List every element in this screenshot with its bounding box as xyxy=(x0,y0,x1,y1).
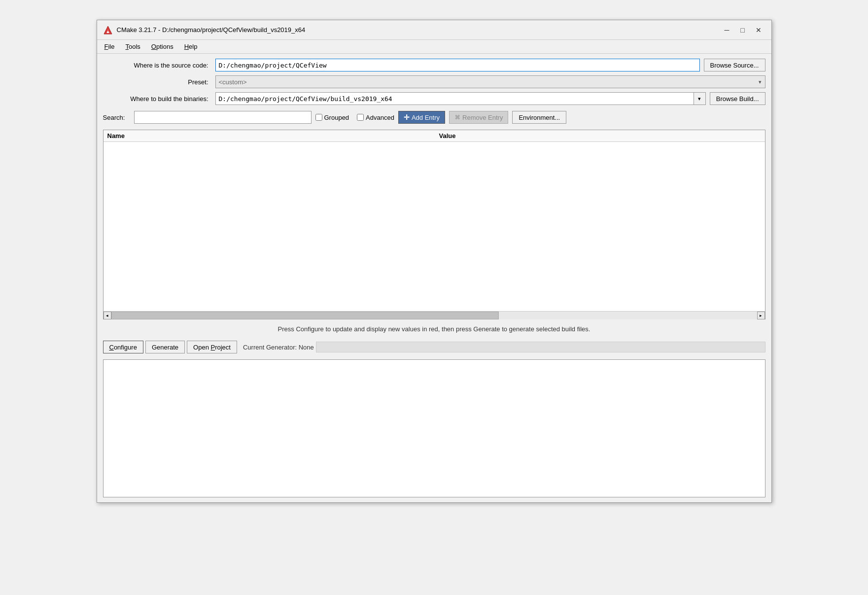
preset-select[interactable]: <custom> xyxy=(215,75,765,88)
value-column-header: Value xyxy=(429,132,761,140)
table-body xyxy=(104,142,765,311)
minimize-button[interactable]: ─ xyxy=(720,24,734,36)
remove-entry-icon: ✖ xyxy=(454,113,460,121)
output-area xyxy=(103,359,765,497)
scroll-right-button[interactable]: ▸ xyxy=(757,312,765,319)
grouped-label: Grouped xyxy=(324,114,349,121)
source-row: Where is the source code: Browse Source.… xyxy=(103,59,765,71)
table-header: Name Value xyxy=(104,130,765,142)
titlebar-left: ▲ CMake 3.21.7 - D:/chengmao/project/QCe… xyxy=(103,25,306,35)
add-entry-icon: ✛ xyxy=(404,113,410,121)
svg-text:▲: ▲ xyxy=(105,29,110,34)
titlebar-controls: ─ □ ✕ xyxy=(720,24,765,36)
advanced-label: Advanced xyxy=(366,114,394,121)
scroll-track[interactable] xyxy=(111,312,757,319)
window-title: CMake 3.21.7 - D:/chengmao/project/QCefV… xyxy=(117,26,306,34)
preset-label: Preset: xyxy=(103,78,211,86)
advanced-checkbox[interactable] xyxy=(357,114,364,121)
scroll-left-button[interactable]: ◂ xyxy=(104,312,111,319)
menu-options[interactable]: Options xyxy=(146,41,179,52)
menu-file[interactable]: File xyxy=(99,41,120,52)
build-input[interactable] xyxy=(215,92,694,105)
search-label: Search: xyxy=(103,114,130,121)
cmake-logo-icon: ▲ xyxy=(103,25,113,35)
add-entry-button[interactable]: ✛ Add Entry xyxy=(398,111,445,124)
grouped-checkbox-label[interactable]: Grouped xyxy=(315,114,349,121)
environment-button[interactable]: Environment... xyxy=(512,111,566,124)
name-column-header: Name xyxy=(107,132,429,140)
preset-row: Preset: <custom> ▾ xyxy=(103,75,765,88)
table-area: Name Value ◂ ▸ xyxy=(103,130,765,319)
advanced-checkbox-label[interactable]: Advanced xyxy=(357,114,394,121)
menu-help[interactable]: Help xyxy=(179,41,203,52)
configure-button[interactable]: Configure xyxy=(103,341,143,353)
remove-entry-button[interactable]: ✖ Remove Entry xyxy=(449,111,508,124)
build-label: Where to build the binaries: xyxy=(103,95,211,103)
checkbox-group: Grouped Advanced xyxy=(315,114,394,121)
scroll-thumb[interactable] xyxy=(111,312,499,319)
status-text: Press Configure to update and display ne… xyxy=(103,323,765,335)
source-label: Where is the source code: xyxy=(103,62,211,69)
horizontal-scrollbar: ◂ ▸ xyxy=(104,311,765,319)
main-content: Where is the source code: Browse Source.… xyxy=(97,54,771,502)
preset-select-wrapper: <custom> ▾ xyxy=(215,75,765,88)
grouped-checkbox[interactable] xyxy=(315,114,322,121)
progress-bar xyxy=(316,342,765,352)
build-row: Where to build the binaries: ▾ Browse Bu… xyxy=(103,92,765,105)
menu-tools[interactable]: Tools xyxy=(120,41,145,52)
add-entry-label: Add Entry xyxy=(412,114,440,121)
source-input[interactable] xyxy=(215,59,700,71)
generate-button[interactable]: Generate xyxy=(145,341,185,353)
build-dropdown-button[interactable]: ▾ xyxy=(694,92,706,105)
titlebar: ▲ CMake 3.21.7 - D:/chengmao/project/QCe… xyxy=(97,20,771,40)
search-input[interactable] xyxy=(134,111,312,124)
browse-source-button[interactable]: Browse Source... xyxy=(704,59,765,71)
browse-build-button[interactable]: Browse Build... xyxy=(710,92,765,105)
close-button[interactable]: ✕ xyxy=(752,24,765,36)
current-generator-label: Current Generator: None xyxy=(243,344,314,351)
open-project-button[interactable]: Open Project xyxy=(187,341,237,353)
main-window: ▲ CMake 3.21.7 - D:/chengmao/project/QCe… xyxy=(97,20,772,503)
menubar: File Tools Options Help xyxy=(97,40,771,54)
bottom-buttons: Configure Generate Open Project Current … xyxy=(103,339,765,355)
build-input-group: ▾ xyxy=(215,92,706,105)
search-row: Search: Grouped Advanced ✛ Add Entry ✖ R… xyxy=(103,111,765,124)
remove-entry-label: Remove Entry xyxy=(462,114,503,121)
maximize-button[interactable]: □ xyxy=(736,24,750,36)
